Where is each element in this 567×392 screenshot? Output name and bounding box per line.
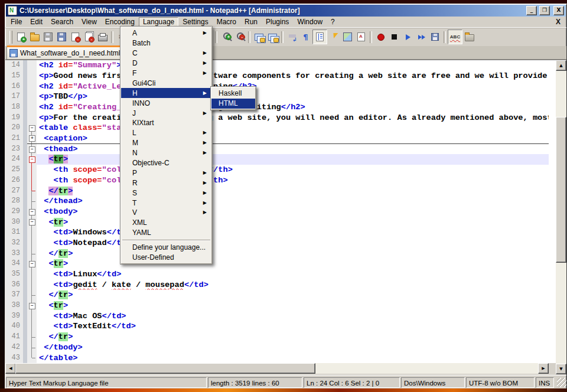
indent-guides-icon[interactable]: [312, 30, 327, 44]
code-text[interactable]: </table>: [37, 353, 549, 364]
sync-horizontal-scroll-icon[interactable]: [266, 30, 279, 44]
save-all-icon[interactable]: [55, 30, 69, 44]
language-menu-item-inno[interactable]: INNO: [121, 98, 211, 108]
code-line-14[interactable]: 14<h2 id="Summary">Summary</h2>: [5, 60, 549, 71]
fold-margin[interactable]: −: [27, 123, 37, 133]
language-menu-item-gui4cli[interactable]: Gui4Cli: [121, 78, 211, 88]
bookmark-margin[interactable]: [23, 102, 27, 113]
language-menu-item-xml[interactable]: XML: [121, 218, 211, 228]
bookmark-margin[interactable]: [23, 123, 27, 133]
bookmark-margin[interactable]: [23, 238, 27, 249]
bookmark-margin[interactable]: [23, 71, 27, 81]
bookmark-margin[interactable]: [23, 353, 27, 364]
fold-margin[interactable]: [27, 175, 37, 186]
code-line-16[interactable]: 16<h2 id="Active_Learning">Active Learni…: [5, 81, 549, 92]
bookmark-margin[interactable]: [23, 165, 27, 175]
horizontal-scroll-thumb[interactable]: [15, 363, 315, 374]
fold-margin[interactable]: [27, 321, 37, 332]
code-view[interactable]: 14<h2 id="Summary">Summary</h2>15<p>Good…: [5, 60, 549, 363]
code-text[interactable]: <td>Notepad</td>: [37, 238, 549, 249]
language-menu-item-h[interactable]: H▶: [121, 88, 211, 98]
code-text[interactable]: <thead>: [37, 144, 549, 155]
fold-margin[interactable]: −: [27, 300, 37, 311]
menubar-item-view[interactable]: View: [77, 17, 101, 27]
fold-margin[interactable]: [27, 353, 37, 364]
print-icon[interactable]: [96, 30, 109, 44]
bookmark-margin[interactable]: [23, 342, 27, 353]
bookmark-margin[interactable]: [23, 269, 27, 280]
code-text[interactable]: <tr>: [37, 154, 549, 165]
fold-margin[interactable]: [27, 165, 37, 175]
code-text[interactable]: <p>TBD</p>: [37, 92, 549, 102]
language-submenu-item-html[interactable]: HTML: [211, 99, 255, 109]
code-text[interactable]: <th scope="col">Editor programs</th>: [37, 175, 549, 186]
code-text[interactable]: </tbody>: [37, 342, 549, 353]
fold-margin[interactable]: [27, 60, 37, 71]
fold-margin[interactable]: +: [27, 133, 37, 144]
bookmark-margin[interactable]: [23, 113, 27, 123]
fold-margin[interactable]: [27, 238, 37, 249]
fold-margin[interactable]: −: [27, 217, 37, 228]
language-submenu-item-haskell[interactable]: Haskell: [211, 88, 255, 99]
menubar-item-?[interactable]: ?: [327, 17, 339, 27]
zoom-in-icon[interactable]: +: [219, 30, 233, 44]
fold-margin[interactable]: [27, 311, 37, 322]
language-menu-item-l[interactable]: L▶: [121, 128, 211, 138]
new-file-icon[interactable]: +: [14, 30, 28, 44]
menubar-item-macro[interactable]: Macro: [213, 17, 240, 27]
word-wrap-icon[interactable]: [285, 30, 299, 44]
bookmark-margin[interactable]: [23, 227, 27, 238]
fold-expand-icon[interactable]: +: [29, 135, 35, 142]
close-all-icon[interactable]: -: [82, 30, 96, 44]
fold-collapse-icon[interactable]: −: [29, 219, 35, 226]
fold-margin[interactable]: [27, 92, 37, 102]
code-text[interactable]: <tbody>: [37, 207, 549, 217]
fold-margin[interactable]: −: [27, 144, 37, 155]
scroll-left-button[interactable]: ◀: [5, 363, 16, 374]
bookmark-margin[interactable]: [23, 217, 27, 228]
menubar-item-edit[interactable]: Edit: [26, 17, 47, 27]
code-line-28[interactable]: 28 </thead>: [5, 196, 549, 207]
fold-collapse-icon[interactable]: −: [29, 125, 35, 132]
code-text[interactable]: </tr>: [37, 332, 549, 342]
code-line-17[interactable]: 17<p>TBD</p>: [5, 92, 549, 102]
menubar-item-run[interactable]: Run: [240, 17, 262, 27]
bookmark-margin[interactable]: [23, 196, 27, 207]
open-file-icon[interactable]: [28, 30, 41, 44]
tab-active-document[interactable]: What_software_do_I_need.html x: [6, 45, 135, 59]
language-menu-item-s[interactable]: S▶: [121, 188, 211, 198]
code-line-20[interactable]: 20−<table class="standard">: [5, 123, 549, 133]
code-text[interactable]: </tr>: [37, 186, 549, 197]
title-bar[interactable]: C:\Users\user\Desktop\What_software_do_I…: [6, 5, 566, 17]
code-text[interactable]: <h2 id="Active_Learning">Active Learning…: [37, 81, 549, 92]
menubar-item-window[interactable]: Window: [293, 17, 327, 27]
code-line-31[interactable]: 31 <td>Windows</td>: [5, 227, 549, 238]
menubar-item-encoding[interactable]: Encoding: [101, 17, 139, 27]
fold-margin[interactable]: [27, 227, 37, 238]
function-list-icon[interactable]: [327, 30, 341, 44]
horizontal-scrollbar[interactable]: ◀ ▶: [5, 363, 549, 374]
code-line-25[interactable]: 25 <th scope="col">Operating system</th>: [5, 165, 549, 175]
scroll-up-button[interactable]: ▲: [556, 60, 566, 71]
code-line-40[interactable]: 40 <td>TextEdit</td>: [5, 321, 549, 332]
code-text[interactable]: <td>gedit / kate / mousepad</td>: [37, 280, 549, 290]
language-menu-item-n[interactable]: N▶: [121, 148, 211, 158]
code-line-30[interactable]: 30− <tr>: [5, 217, 549, 228]
language-menu-item-kixtart[interactable]: KIXtart: [121, 118, 211, 128]
fold-collapse-icon[interactable]: −: [29, 303, 35, 309]
code-text[interactable]: <td>Linux</td>: [37, 269, 549, 280]
menubar-item-language[interactable]: Language: [139, 17, 178, 27]
scroll-right-button[interactable]: ▶: [538, 363, 549, 374]
document-close-x[interactable]: X: [556, 18, 561, 26]
fold-margin[interactable]: [27, 102, 37, 113]
fold-margin[interactable]: [27, 249, 37, 259]
code-text[interactable]: <td>Windows</td>: [37, 227, 549, 238]
bookmark-margin[interactable]: [23, 186, 27, 197]
fold-margin[interactable]: [27, 113, 37, 123]
folder-as-workspace-icon[interactable]: [462, 30, 476, 44]
language-menu-item-user-defined[interactable]: User-Defined: [121, 253, 211, 263]
fold-collapse-icon[interactable]: −: [29, 146, 35, 153]
macro-play-icon[interactable]: [401, 30, 415, 44]
language-menu-item-r[interactable]: R▶: [121, 178, 211, 188]
language-menu-item-j[interactable]: J▶: [121, 108, 211, 118]
